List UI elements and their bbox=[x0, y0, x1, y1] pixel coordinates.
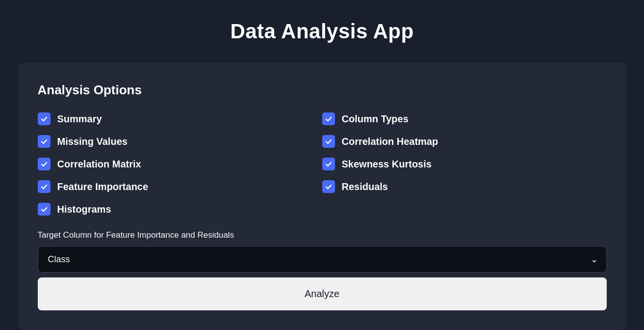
app-title: Data Analysis App bbox=[230, 20, 413, 43]
checkbox-skewness-kurtosis-label: Skewness Kurtosis bbox=[342, 159, 432, 170]
options-grid: Summary Missing Values bbox=[38, 112, 607, 216]
checkbox-correlation-heatmap-wrapper bbox=[322, 135, 335, 148]
checkbox-residuals-wrapper bbox=[322, 180, 335, 193]
target-column-select-wrapper: Class Feature1 Feature2 ⌄ bbox=[38, 246, 607, 273]
checkbox-missing-values-box bbox=[38, 135, 51, 148]
checkbox-feature-importance-box bbox=[38, 180, 51, 193]
checkbox-residuals-label: Residuals bbox=[342, 181, 388, 192]
left-column: Summary Missing Values bbox=[38, 112, 322, 216]
checkbox-correlation-matrix-label: Correlation Matrix bbox=[57, 159, 141, 170]
checkbox-summary-wrapper bbox=[38, 112, 51, 125]
checkbox-residuals[interactable]: Residuals bbox=[322, 180, 607, 193]
checkbox-feature-importance[interactable]: Feature Importance bbox=[38, 180, 322, 193]
checkbox-column-types-label: Column Types bbox=[342, 113, 409, 125]
checkbox-column-types-box bbox=[322, 112, 335, 125]
checkbox-summary-box bbox=[38, 112, 51, 125]
checkbox-summary[interactable]: Summary bbox=[38, 112, 322, 125]
checkbox-histograms[interactable]: Histograms bbox=[38, 203, 322, 216]
checkbox-histograms-label: Histograms bbox=[57, 204, 111, 215]
target-column-select[interactable]: Class Feature1 Feature2 bbox=[38, 246, 607, 273]
checkbox-correlation-matrix[interactable]: Correlation Matrix bbox=[38, 158, 322, 170]
checkbox-correlation-heatmap-label: Correlation Heatmap bbox=[342, 136, 438, 147]
checkbox-correlation-heatmap[interactable]: Correlation Heatmap bbox=[322, 135, 607, 148]
checkbox-residuals-box bbox=[322, 180, 335, 193]
target-column-label: Target Column for Feature Importance and… bbox=[38, 230, 607, 240]
checkbox-histograms-box bbox=[38, 203, 51, 216]
checkbox-skewness-kurtosis[interactable]: Skewness Kurtosis bbox=[322, 158, 607, 170]
analyze-button[interactable]: Analyze bbox=[38, 277, 607, 310]
checkbox-column-types[interactable]: Column Types bbox=[322, 112, 607, 125]
checkbox-feature-importance-label: Feature Importance bbox=[57, 181, 149, 192]
main-card: Analysis Options Summary bbox=[18, 63, 626, 330]
checkbox-correlation-heatmap-box bbox=[322, 135, 335, 148]
checkbox-column-types-wrapper bbox=[322, 112, 335, 125]
checkbox-summary-label: Summary bbox=[57, 113, 102, 125]
checkbox-missing-values-wrapper bbox=[38, 135, 51, 148]
checkbox-histograms-wrapper bbox=[38, 203, 51, 216]
section-title: Analysis Options bbox=[38, 82, 607, 98]
checkbox-skewness-kurtosis-box bbox=[322, 158, 335, 170]
right-column: Column Types Correlation Heatmap bbox=[322, 112, 607, 216]
checkbox-missing-values-label: Missing Values bbox=[57, 136, 128, 147]
checkbox-skewness-kurtosis-wrapper bbox=[322, 158, 335, 170]
checkbox-missing-values[interactable]: Missing Values bbox=[38, 135, 322, 148]
checkbox-correlation-matrix-wrapper bbox=[38, 158, 51, 170]
checkbox-correlation-matrix-box bbox=[38, 158, 51, 170]
checkbox-feature-importance-wrapper bbox=[38, 180, 51, 193]
